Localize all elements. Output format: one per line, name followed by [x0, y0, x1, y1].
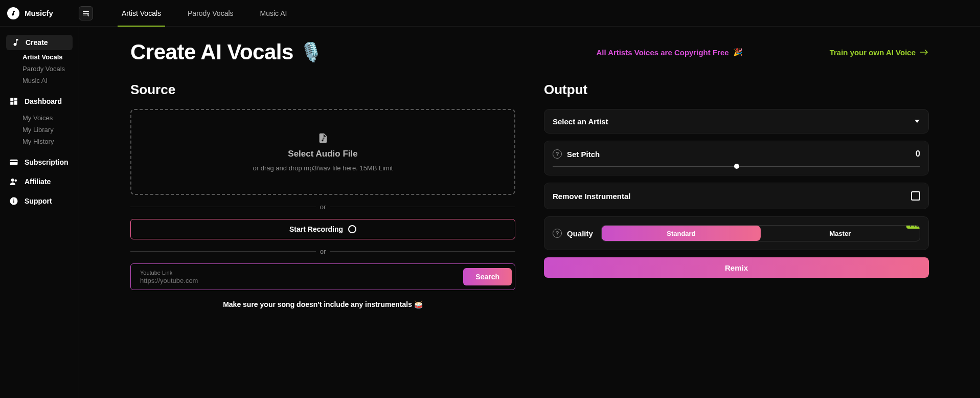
quality-toggle: Standard Master Pro — [601, 225, 920, 241]
start-recording-button[interactable]: Start Recording — [130, 219, 515, 239]
sidebar-support[interactable]: Support — [0, 191, 79, 211]
svg-rect-8 — [13, 201, 14, 203]
page-title-text: Create AI Vocals — [130, 40, 293, 64]
help-icon[interactable]: ? — [553, 149, 562, 159]
sidebar-item-music-ai[interactable]: Music AI — [22, 77, 79, 84]
remove-instrumental-checkbox[interactable] — [911, 191, 920, 201]
pitch-label: Set Pitch — [567, 150, 600, 159]
copyright-free-notice: All Artists Voices are Copyright Free 🎉 — [596, 48, 742, 57]
party-icon: 🎉 — [733, 48, 743, 57]
pro-badge: Pro — [906, 225, 920, 229]
music-note-icon — [11, 38, 20, 47]
svg-rect-4 — [10, 161, 18, 162]
sidebar-item-my-library[interactable]: My Library — [22, 126, 79, 134]
audio-dropzone[interactable]: Select Audio File or drag and drop mp3/w… — [130, 109, 515, 195]
menu-collapse-icon — [82, 9, 90, 17]
tab-artist-vocals[interactable]: Artist Vocals — [108, 0, 174, 27]
pitch-slider[interactable] — [553, 166, 920, 167]
sidebar-create[interactable]: Create — [6, 35, 73, 50]
sidebar: Create Artist Vocals Parody Vocals Music… — [0, 27, 79, 398]
remove-instrumental-label: Remove Instrumental — [553, 192, 631, 201]
youtube-link-input[interactable] — [140, 277, 457, 284]
svg-point-5 — [11, 179, 14, 182]
quality-label: Quality — [567, 229, 593, 238]
youtube-search-button[interactable]: Search — [463, 268, 512, 285]
sidebar-item-parody-vocals[interactable]: Parody Vocals — [22, 65, 79, 73]
quality-standard[interactable]: Standard — [602, 226, 761, 241]
sidebar-support-label: Support — [25, 197, 52, 205]
dropzone-title: Select Audio File — [288, 149, 357, 159]
quality-master[interactable]: Master — [761, 226, 920, 241]
youtube-label: Youtube Link — [140, 270, 457, 276]
top-tabs: Artist Vocals Parody Vocals Music AI — [108, 0, 300, 27]
remix-button[interactable]: Remix — [544, 257, 929, 278]
credit-card-icon — [9, 158, 18, 167]
microphone-icon: 🎙️ — [300, 41, 323, 63]
help-icon[interactable]: ? — [553, 229, 562, 238]
output-panel: Output Select an Artist ? Set Pitch 0 — [544, 82, 929, 308]
info-icon — [9, 196, 18, 206]
chevron-down-icon — [914, 118, 920, 124]
youtube-input-row: Youtube Link Search — [130, 263, 515, 290]
instrumental-hint: Make sure your song doesn't include any … — [130, 300, 515, 308]
sidebar-dashboard[interactable]: Dashboard — [0, 92, 79, 111]
source-panel: Source Select Audio File or drag and dro… — [130, 82, 515, 308]
svg-point-6 — [15, 180, 17, 182]
sidebar-create-label: Create — [26, 38, 48, 47]
logo-block: Musicfy — [7, 7, 79, 19]
audio-file-icon — [317, 132, 329, 144]
train-voice-link[interactable]: Train your own AI Voice — [830, 48, 929, 57]
sidebar-item-artist-vocals[interactable]: Artist Vocals — [22, 53, 79, 61]
sidebar-toggle-button[interactable] — [79, 6, 93, 20]
quality-card: ? Quality Standard Master Pro — [544, 216, 929, 250]
logo-icon — [7, 7, 19, 19]
page-title: Create AI Vocals 🎙️ — [130, 40, 322, 64]
train-voice-label: Train your own AI Voice — [830, 48, 916, 57]
artist-select-label: Select an Artist — [553, 117, 608, 126]
output-heading: Output — [544, 82, 929, 98]
dashboard-icon — [9, 97, 18, 106]
top-header: Musicfy Artist Vocals Parody Vocals Musi… — [0, 0, 980, 27]
sidebar-item-my-voices[interactable]: My Voices — [22, 114, 79, 122]
people-icon — [9, 177, 18, 186]
sidebar-affiliate-label: Affiliate — [25, 178, 51, 186]
arrow-right-icon — [920, 49, 929, 56]
record-label: Start Recording — [289, 225, 343, 233]
or-separator: or — [130, 203, 515, 211]
sidebar-subscription[interactable]: Subscription — [0, 152, 79, 172]
sidebar-dashboard-label: Dashboard — [25, 97, 62, 105]
source-heading: Source — [130, 82, 515, 98]
sidebar-item-my-history[interactable]: My History — [22, 138, 79, 145]
or-separator-2: or — [130, 248, 515, 255]
brand-name: Musicfy — [25, 9, 53, 17]
pitch-value: 0 — [916, 149, 920, 159]
artist-select[interactable]: Select an Artist — [544, 109, 929, 134]
sidebar-subscription-label: Subscription — [25, 158, 69, 166]
sidebar-affiliate[interactable]: Affiliate — [0, 172, 79, 191]
remove-instrumental-card: Remove Instrumental — [544, 183, 929, 209]
tab-parody-vocals[interactable]: Parody Vocals — [174, 0, 247, 27]
main-content: Create AI Vocals 🎙️ All Artists Voices a… — [79, 27, 980, 398]
record-icon — [348, 225, 356, 233]
dropzone-subtitle: or drag and drop mp3/wav file here. 15MB… — [253, 164, 393, 172]
pitch-card: ? Set Pitch 0 — [544, 141, 929, 175]
svg-rect-9 — [13, 199, 14, 200]
pitch-slider-thumb[interactable] — [734, 164, 739, 169]
tab-music-ai[interactable]: Music AI — [247, 0, 301, 27]
copyright-free-text: All Artists Voices are Copyright Free — [596, 48, 728, 57]
